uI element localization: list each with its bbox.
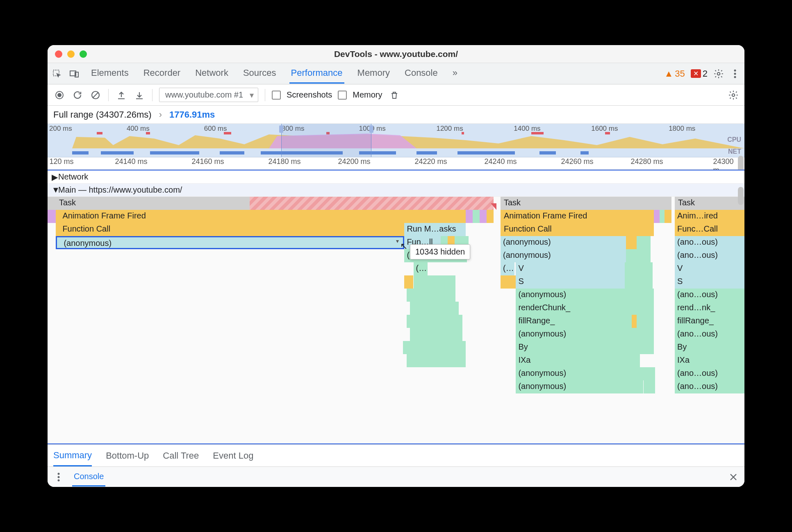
- svg-point-5: [734, 73, 736, 75]
- drawer-close-icon[interactable]: [728, 472, 739, 482]
- flame-anon-selected[interactable]: (anonymous): [56, 236, 404, 249]
- flame-afr[interactable]: Animation Frame Fired: [56, 210, 466, 223]
- tab-memory[interactable]: Memory: [356, 64, 391, 84]
- tab-recorder[interactable]: Recorder: [142, 64, 182, 84]
- record-icon[interactable]: [53, 89, 66, 101]
- screenshots-checkbox[interactable]: [272, 91, 281, 100]
- gear-icon[interactable]: [713, 68, 724, 79]
- breadcrumb-full[interactable]: Full range (34307.26ms): [53, 109, 152, 120]
- reload-icon[interactable]: [71, 89, 84, 101]
- main-tabbar: Elements Recorder Network Sources Perfor…: [48, 63, 744, 84]
- device-icon[interactable]: [69, 68, 80, 79]
- titlebar: DevTools - www.youtube.com/: [48, 45, 744, 63]
- overview-marker: [97, 132, 102, 134]
- memory-checkbox[interactable]: [338, 91, 347, 100]
- btab-summary[interactable]: Summary: [53, 450, 92, 466]
- btab-eventlog[interactable]: Event Log: [213, 450, 253, 461]
- warnings-count: 35: [675, 68, 685, 79]
- errors-count: 2: [703, 68, 708, 79]
- svg-rect-18: [457, 151, 515, 155]
- flame-chart[interactable]: ▶Network ▼Main — https://www.youtube.com…: [48, 170, 744, 444]
- svg-rect-17: [416, 151, 437, 155]
- svg-point-22: [58, 476, 60, 478]
- svg-rect-11: [72, 151, 89, 155]
- mouse-cursor: ↖: [400, 241, 407, 252]
- download-icon[interactable]: [133, 89, 146, 101]
- svg-rect-14: [220, 151, 244, 155]
- cpu-wave: [48, 133, 744, 148]
- bottom-tabbar: Summary Bottom-Up Call Tree Event Log: [48, 444, 744, 466]
- tab-network[interactable]: Network: [193, 64, 230, 84]
- screenshots-label: Screenshots: [287, 90, 332, 100]
- breadcrumb-sep: ›: [159, 109, 162, 120]
- svg-point-23: [58, 479, 60, 481]
- clear-icon[interactable]: [89, 89, 102, 101]
- upload-icon[interactable]: [115, 89, 127, 101]
- memory-label: Memory: [353, 90, 382, 100]
- svg-point-21: [58, 473, 60, 475]
- svg-point-6: [734, 76, 736, 78]
- session-select[interactable]: www.youtube.com #1: [159, 88, 258, 102]
- tab-console[interactable]: Console: [403, 64, 439, 84]
- flame-long-task[interactable]: [250, 197, 494, 210]
- selection-handle-right[interactable]: [369, 125, 373, 133]
- settings-gear-icon[interactable]: [728, 90, 739, 100]
- btab-calltree[interactable]: Call Tree: [163, 450, 199, 461]
- errors-badge[interactable]: ✕: [691, 69, 701, 78]
- warnings-badge[interactable]: ▲ 35: [664, 68, 685, 79]
- flame-fncall[interactable]: Function Call: [56, 223, 404, 236]
- drawer-kebab-icon[interactable]: [53, 472, 64, 482]
- tab-sources[interactable]: Sources: [241, 64, 278, 84]
- tab-elements[interactable]: Elements: [89, 64, 130, 84]
- hidden-tooltip: 10343 hidden: [410, 244, 470, 259]
- track-scroll-handle[interactable]: [738, 187, 744, 205]
- svg-point-10: [732, 93, 735, 96]
- svg-rect-12: [101, 151, 134, 155]
- svg-rect-20: [580, 151, 589, 155]
- network-track-header[interactable]: ▶Network: [48, 171, 744, 184]
- svg-point-8: [57, 93, 61, 97]
- overview-ticks: 200 ms400 ms600 ms800 ms1000 ms1200 ms14…: [48, 125, 744, 133]
- long-task-indicator: [491, 203, 496, 210]
- btab-bottomup[interactable]: Bottom-Up: [106, 450, 149, 461]
- svg-rect-13: [150, 151, 199, 155]
- window-title: DevTools - www.youtube.com/: [48, 49, 744, 59]
- selection-handle-left[interactable]: [279, 125, 283, 133]
- detail-ruler[interactable]: 120 ms 24140 ms 24160 ms 24180 ms 24200 …: [48, 157, 744, 170]
- breadcrumb: Full range (34307.26ms) › 1776.91ms: [48, 106, 744, 124]
- breadcrumb-current[interactable]: 1776.91ms: [169, 109, 215, 120]
- perf-toolbar: www.youtube.com #1 Screenshots Memory: [48, 84, 744, 106]
- overview-minimap[interactable]: 200 ms400 ms600 ms800 ms1000 ms1200 ms14…: [48, 124, 744, 157]
- devtools-window: DevTools - www.youtube.com/ Elements Rec…: [48, 45, 744, 487]
- garbage-icon[interactable]: [388, 89, 401, 101]
- inspect-icon[interactable]: [52, 68, 62, 79]
- main-track-header[interactable]: ▼Main — https://www.youtube.com/: [48, 184, 744, 197]
- tab-more[interactable]: »: [451, 64, 459, 84]
- console-drawer: Console: [48, 466, 744, 487]
- net-label: NET: [728, 148, 741, 155]
- kebab-icon[interactable]: [730, 68, 740, 79]
- svg-rect-19: [539, 151, 556, 155]
- overview-selection[interactable]: [281, 124, 371, 157]
- svg-point-4: [734, 69, 736, 71]
- tab-performance[interactable]: Performance: [289, 64, 344, 84]
- drawer-console-tab[interactable]: Console: [72, 468, 105, 487]
- net-strip: [48, 151, 744, 155]
- cpu-label: CPU: [727, 136, 741, 143]
- svg-point-3: [717, 72, 720, 75]
